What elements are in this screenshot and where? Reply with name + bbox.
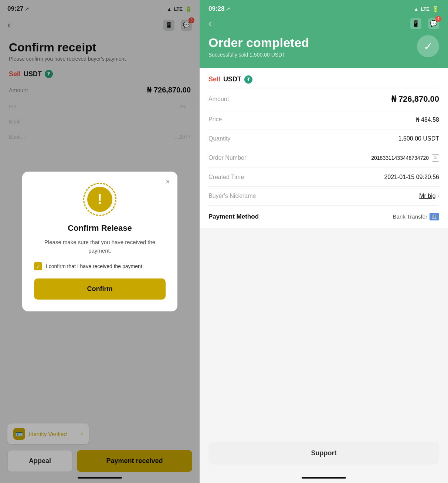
- checkbox-checked-icon[interactable]: ✓: [34, 262, 42, 270]
- buyer-arrow-icon: ›: [437, 193, 439, 199]
- sell-label-right: Sell: [208, 75, 220, 83]
- quantity-row: Quantity 1,500.00 USDT: [208, 129, 439, 148]
- order-number-row: Order Number 20183311433448734720 ⧉: [208, 148, 439, 168]
- support-button[interactable]: Support: [208, 442, 439, 465]
- modal-overlay: × ! Confirm Release Please make sure tha…: [0, 0, 200, 483]
- tether-icon-right: ₮: [244, 75, 252, 84]
- back-button-right[interactable]: ‹: [208, 18, 212, 29]
- warning-circle-outer: !: [83, 183, 116, 216]
- lte-text-right: LTE: [421, 6, 430, 12]
- confirm-button[interactable]: Confirm: [34, 278, 166, 300]
- order-completed-title: Order completed: [208, 35, 309, 50]
- confirm-release-modal: × ! Confirm Release Please make sure tha…: [22, 172, 177, 311]
- price-label: Price: [208, 116, 222, 123]
- usdt-label-right: USDT: [223, 75, 241, 83]
- quantity-value: 1,500.00 USDT: [398, 135, 439, 142]
- buyer-nickname-value-wrap[interactable]: Mr big ›: [419, 193, 439, 199]
- created-time-label: Created Time: [208, 174, 244, 180]
- status-bar-right: 09:28 ↗ ▲ LTE 🔋: [208, 0, 439, 16]
- right-content: Sell USDT ₮ Amount ₦ 726,870.00 Price ₦ …: [200, 68, 448, 228]
- payment-method-label: Payment Method: [208, 213, 259, 220]
- payment-method-value-wrap: Bank Transfer 🏦: [393, 213, 439, 220]
- copy-icon[interactable]: ⧉: [432, 154, 439, 162]
- left-panel: 09:27 ↗ ▲ LTE 🔋 ‹ 📱 💬 3: [0, 0, 200, 483]
- order-completed-row: Order completed Successfully sold 1,500.…: [208, 35, 439, 58]
- order-number-label: Order Number: [208, 155, 246, 161]
- signal-icon-right: ▲: [414, 6, 419, 12]
- modal-checkbox-row: ✓ I confirm that I have received the pay…: [34, 262, 166, 270]
- created-time-value: 2021-01-15 09:20:56: [384, 174, 439, 180]
- warning-circle-inner: !: [87, 187, 112, 212]
- modal-icon-wrap: !: [34, 183, 166, 216]
- amount-label-right: Amount: [208, 96, 229, 102]
- checkbox-label: I confirm that I have received the payme…: [46, 263, 144, 269]
- amount-value-right: ₦ 726,870.00: [391, 94, 439, 104]
- bank-icon: 🏦: [430, 213, 439, 220]
- quantity-label: Quantity: [208, 135, 231, 142]
- price-row: Price ₦ 484.58: [208, 110, 439, 129]
- phone-icon-wrap-right: 📱: [410, 18, 421, 29]
- right-panel: 09:28 ↗ ▲ LTE 🔋 ‹ 📱 💬 4: [200, 0, 448, 483]
- amount-row-right: Amount ₦ 726,870.00: [208, 88, 439, 110]
- payment-method-value: Bank Transfer: [393, 213, 427, 220]
- battery-icon-right: 🔋: [432, 6, 439, 13]
- price-value: ₦ 484.58: [416, 116, 439, 123]
- location-icon-right: ↗: [226, 6, 230, 12]
- home-indicator-right: [302, 477, 346, 479]
- support-section: Support: [200, 442, 448, 465]
- time-right: 09:28: [208, 5, 224, 13]
- phone-icon-right[interactable]: 📱: [410, 18, 421, 29]
- buyer-nickname-label: Buyer's Nickname: [208, 193, 256, 199]
- modal-description: Please make sure that you have received …: [34, 238, 166, 255]
- payment-method-row: Payment Method Bank Transfer 🏦: [208, 206, 439, 228]
- green-header: 09:28 ↗ ▲ LTE 🔋 ‹ 📱 💬 4: [200, 0, 448, 68]
- check-circle-icon: ✓: [417, 35, 439, 57]
- modal-close-button[interactable]: ×: [166, 178, 170, 186]
- order-number-value-wrap: 20183311433448734720 ⧉: [371, 154, 439, 162]
- sell-section-right: Sell USDT ₮: [208, 68, 439, 88]
- chat-icon-wrap-right: 💬 4: [428, 18, 439, 29]
- buyer-nickname-row: Buyer's Nickname Mr big ›: [208, 187, 439, 206]
- left-content: 09:27 ↗ ▲ LTE 🔋 ‹ 📱 💬 3: [0, 0, 200, 483]
- modal-title: Confirm Release: [34, 223, 166, 233]
- nav-bar-right: ‹ 📱 💬 4: [208, 16, 439, 35]
- chat-badge-right: 4: [435, 16, 441, 22]
- order-number-value: 20183311433448734720: [371, 155, 429, 161]
- created-time-row: Created Time 2021-01-15 09:20:56: [208, 168, 439, 187]
- buyer-nickname-value: Mr big: [419, 193, 435, 199]
- order-completed-subtitle: Successfully sold 1,500.00 USDT: [208, 52, 309, 58]
